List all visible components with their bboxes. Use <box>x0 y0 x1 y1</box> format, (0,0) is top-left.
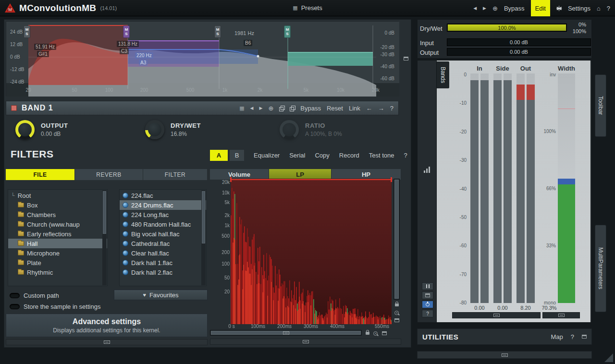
output-gain-bar[interactable]: 0.00 dB <box>447 48 591 56</box>
utilities-detach-icon[interactable] <box>582 335 587 339</box>
help-button[interactable]: ? <box>607 5 610 12</box>
previous-preset-button[interactable]: ◀ <box>473 6 477 11</box>
band-link-button[interactable]: Link <box>349 105 360 112</box>
presets-button[interactable]: ▦ Presets <box>293 4 322 12</box>
copy-icon[interactable] <box>279 106 284 110</box>
tab-filter[interactable]: FILTER <box>143 169 208 180</box>
serial-button[interactable]: Serial <box>289 152 305 159</box>
zoom-fit-icon[interactable] <box>381 330 388 337</box>
band-next-icon[interactable]: ▶ <box>259 106 262 110</box>
ir-canvas[interactable] <box>231 179 392 324</box>
ir-range-handle-right[interactable] <box>391 177 392 182</box>
lock-icon[interactable] <box>364 330 371 337</box>
ratio-knob[interactable] <box>280 120 299 139</box>
file-item[interactable]: Cathedral.flac <box>120 239 206 248</box>
tab-file[interactable]: FILE <box>6 169 75 180</box>
home-icon[interactable]: ⌂ <box>597 5 601 12</box>
width-range-slider[interactable] <box>542 312 580 318</box>
tree-item[interactable]: Early reflections <box>8 229 107 239</box>
file-item[interactable]: Dark hall 1.flac <box>120 258 206 267</box>
toolbar-tab[interactable]: Toolbar <box>595 74 606 137</box>
copy-button[interactable]: Copy <box>315 152 329 159</box>
tree-item[interactable]: Box <box>8 200 107 210</box>
tree-item-root[interactable]: └Root <box>8 191 107 200</box>
ir-vscrollbar[interactable] <box>394 179 400 300</box>
favourites-button[interactable]: ♥ Favourites <box>114 290 208 300</box>
globe-icon[interactable]: ⊕ <box>492 5 498 12</box>
tree-item[interactable]: Chambers <box>8 210 107 219</box>
edit-button[interactable]: Edit <box>531 0 550 16</box>
record-button[interactable]: Record <box>339 152 359 159</box>
paste-icon[interactable] <box>290 106 295 110</box>
tree-item[interactable]: Rhythmic <box>8 267 107 277</box>
settings-icon <box>556 6 562 11</box>
tree-item[interactable]: Microphone <box>8 248 107 258</box>
store-sample-toggle[interactable] <box>10 304 20 309</box>
file-item[interactable]: 224 Long.flac <box>120 210 206 219</box>
ir-hscrollbar[interactable] <box>210 330 362 336</box>
tab-reverb[interactable]: REVERB <box>75 169 143 180</box>
tab-filter-a[interactable]: A <box>210 150 228 161</box>
output-knob[interactable] <box>15 120 35 139</box>
tab-lp[interactable]: LP <box>269 169 332 180</box>
ms-toggle[interactable]: MS <box>284 25 291 38</box>
right-panel-collapse-button[interactable] <box>417 351 592 359</box>
detach-window-icon[interactable] <box>404 57 408 61</box>
meter-detach-button[interactable] <box>422 291 433 299</box>
meter-help-button[interactable]: ? <box>422 310 433 317</box>
file-item[interactable]: Big vocal hall.flac <box>120 229 206 239</box>
tree-item[interactable]: Church (www.haup <box>8 219 107 229</box>
tree-item[interactable]: Plate <box>8 258 107 267</box>
meter-pause-button[interactable] <box>422 282 433 290</box>
test-tone-button[interactable]: Test tone <box>369 152 394 159</box>
band-arrow-right-icon[interactable]: → <box>378 105 384 112</box>
band-globe-icon[interactable]: ⊕ <box>268 105 273 112</box>
input-gain-bar[interactable]: 0.00 dB <box>447 38 591 46</box>
advanced-settings-button[interactable]: Advanced settings Displays additional se… <box>6 314 208 337</box>
folder-tree-scrollbar[interactable] <box>102 190 107 285</box>
band-previous-icon[interactable]: ◀ <box>250 106 254 110</box>
resize-grip[interactable] <box>604 353 613 362</box>
next-preset-button[interactable]: ▶ <box>483 6 486 11</box>
ir-zoom-icon[interactable] <box>393 309 400 316</box>
zoom-in-icon[interactable] <box>372 330 379 337</box>
file-panel-collapse-button[interactable] <box>6 339 208 345</box>
band-reset-button[interactable]: Reset <box>327 105 343 112</box>
ms-toggle[interactable]: MS <box>123 25 130 38</box>
meter-settings-icon[interactable] <box>424 166 432 173</box>
settings-button[interactable]: Settings <box>568 5 590 12</box>
band-color-swatch[interactable] <box>11 105 17 111</box>
band-bypass-button[interactable]: Bypass <box>300 105 321 112</box>
file-item[interactable]: 224.flac <box>120 191 206 200</box>
ir-range-handle-left[interactable] <box>230 177 232 182</box>
tab-filter-b[interactable]: B <box>230 150 244 161</box>
ir-fit-icon[interactable] <box>393 317 400 324</box>
file-item[interactable]: Dark hall 2.flac <box>120 267 206 277</box>
map-button[interactable]: Map <box>551 333 563 340</box>
tree-item[interactable]: Hall <box>8 239 107 248</box>
custom-path-toggle[interactable] <box>10 293 20 298</box>
meter-range-slider[interactable] <box>452 312 541 318</box>
band-help-button[interactable]: ? <box>390 105 394 112</box>
band-presets-grid-icon[interactable]: ▦ <box>239 105 244 111</box>
ir-range-line[interactable] <box>231 179 392 180</box>
ir-panel-collapse-button[interactable] <box>210 339 401 345</box>
drywet-knob[interactable] <box>145 120 164 139</box>
meter-power-button[interactable] <box>422 301 433 308</box>
band-arrow-left-icon[interactable]: ← <box>366 105 372 112</box>
filters-help-button[interactable]: ? <box>404 152 407 159</box>
spectrum-display[interactable]: 24 dB12 dB0 dB-12 dB-24 dB0 dB-20 dB-30 … <box>6 21 399 96</box>
utilities-help-button[interactable]: ? <box>571 333 574 340</box>
ms-toggle[interactable]: MS <box>24 25 30 38</box>
drywet-slider[interactable]: 100.0% <box>447 24 567 32</box>
file-list-scrollbar[interactable] <box>201 190 206 285</box>
equalizer-button[interactable]: Equalizer <box>254 152 280 159</box>
file-item[interactable]: Clear hall.flac <box>120 248 206 258</box>
bypass-button[interactable]: Bypass <box>504 5 525 12</box>
tab-volume[interactable]: Volume <box>210 169 269 180</box>
ir-lock-icon[interactable] <box>393 302 400 308</box>
file-item[interactable]: 224 Drums.flac <box>120 200 206 210</box>
multiparameters-tab[interactable]: MultiParameters <box>595 225 606 312</box>
file-item[interactable]: 480 Random Hall.flac <box>120 219 206 229</box>
ms-toggle[interactable]: MS <box>214 25 221 38</box>
